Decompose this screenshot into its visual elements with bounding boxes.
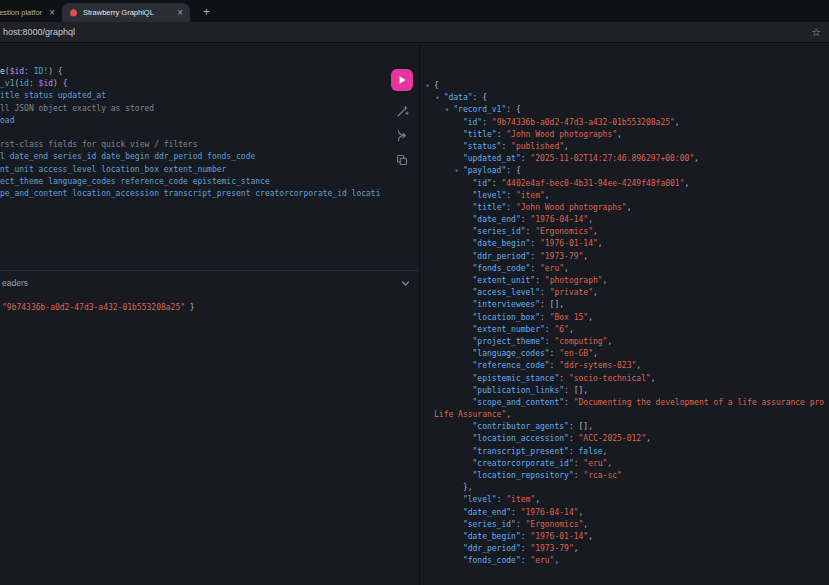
code-token: "1976-04-14" bbox=[530, 215, 588, 224]
code-token: : bbox=[521, 532, 531, 541]
code-token: "record_v1" bbox=[453, 105, 506, 114]
code-token: "1976-01-14" bbox=[530, 532, 588, 541]
new-tab-button[interactable]: + bbox=[199, 4, 214, 19]
code-line: "date_begin": "1976-01-14", bbox=[425, 531, 829, 543]
code-line: "interviewees": [], bbox=[425, 299, 829, 311]
code-token: : bbox=[530, 239, 540, 248]
code-token: "language_codes" bbox=[473, 349, 550, 358]
prettify-icon[interactable] bbox=[394, 103, 410, 119]
code-token: ) { bbox=[48, 67, 62, 76]
code-line: nt_unit access_level location_box extent… bbox=[0, 164, 419, 176]
code-line: oad bbox=[0, 115, 419, 127]
code-token: { bbox=[434, 81, 439, 90]
code-line: "epistemic_stance": "socio-technical", bbox=[425, 373, 829, 385]
url-bar[interactable]: host:8000/graphql ☆ bbox=[0, 22, 829, 43]
code-line: "reference_code": "ddr-sytems-023", bbox=[425, 360, 829, 372]
bookmark-star-icon[interactable]: ☆ bbox=[811, 26, 821, 39]
code-token: : bbox=[569, 434, 579, 443]
chevron-down-icon[interactable] bbox=[401, 279, 410, 288]
code-token: "1976-01-14" bbox=[540, 239, 598, 248]
code-line: "9b74336b-a0d2-47d3-a432-01b553208a25" } bbox=[0, 302, 419, 314]
code-token: : bbox=[516, 520, 526, 529]
code-token: "9b74336b-a0d2-47d3-a432-01b553208a25" bbox=[492, 118, 675, 127]
code-token: , bbox=[675, 118, 680, 127]
code-token: , bbox=[506, 410, 511, 419]
code-token: , bbox=[583, 252, 588, 261]
code-token: "eru" bbox=[583, 459, 607, 468]
code-token: oad bbox=[0, 116, 14, 125]
code-token: : bbox=[540, 313, 550, 322]
browser-window: gestion platfor × Strawberry GraphiQL × … bbox=[0, 0, 829, 585]
code-token: "photograph" bbox=[545, 276, 603, 285]
code-token: , bbox=[545, 191, 550, 200]
code-token: : bbox=[497, 495, 507, 504]
code-token: , bbox=[583, 520, 588, 529]
code-token: , bbox=[564, 264, 569, 273]
code-line: "title": "John Wood photographs", bbox=[425, 202, 829, 214]
code-token: , bbox=[588, 313, 593, 322]
code-token: , bbox=[603, 447, 608, 456]
code-token: : bbox=[550, 361, 560, 370]
execute-query-button[interactable] bbox=[391, 69, 413, 91]
code-token: }, bbox=[463, 483, 473, 492]
code-line: "status": "published", bbox=[425, 141, 829, 153]
code-token: $id bbox=[39, 79, 53, 88]
code-token: "published" bbox=[511, 142, 564, 151]
code-token: "1973-79" bbox=[530, 544, 573, 553]
code-token: "en-GB" bbox=[559, 349, 593, 358]
editor-divider[interactable] bbox=[0, 270, 419, 271]
code-line: "scope_and_content": "Documenting the de… bbox=[425, 397, 829, 409]
code-line: Life Assurance", bbox=[425, 409, 829, 421]
code-token: "1976-04-14" bbox=[521, 508, 579, 517]
headers-tab-label[interactable]: eaders bbox=[2, 278, 28, 288]
code-token: "socio-technical" bbox=[569, 374, 651, 383]
tab-close-icon[interactable]: × bbox=[49, 8, 55, 18]
strawberry-favicon bbox=[69, 8, 78, 17]
code-line: "level": "item", bbox=[425, 190, 829, 202]
code-token: : bbox=[511, 508, 521, 517]
tab-label: gestion platfor bbox=[0, 8, 44, 17]
code-token: : bbox=[521, 556, 531, 565]
code-token: "eru" bbox=[530, 556, 554, 565]
query-editor[interactable]: e($id: ID!) {_v1(id: $id) {itle status u… bbox=[0, 66, 419, 200]
url-text[interactable]: host:8000/graphql bbox=[0, 27, 75, 37]
code-token: "Documenting the development of a life a… bbox=[574, 398, 824, 407]
code-token: "John Wood photographs" bbox=[516, 203, 627, 212]
browser-tab-other[interactable]: gestion platfor × bbox=[0, 3, 62, 22]
code-line: "ddr_period": "1973-79", bbox=[425, 543, 829, 555]
code-token: , bbox=[588, 532, 593, 541]
code-token: ID! bbox=[34, 67, 48, 76]
code-token: "ddr-sytems-023" bbox=[559, 361, 636, 370]
code-token: "reference_code" bbox=[473, 361, 550, 370]
tab-close-icon[interactable]: × bbox=[177, 8, 183, 18]
code-token: "data" bbox=[444, 93, 473, 102]
code-token: , bbox=[617, 130, 622, 139]
code-token: "9b74336b-a0d2-47d3-a432-01b553208a25" bbox=[2, 303, 185, 312]
code-token: , bbox=[646, 434, 651, 443]
code-token: itle status updated_at bbox=[0, 91, 106, 100]
headers-editor[interactable]: "9b74336b-a0d2-47d3-a432-01b553208a25" } bbox=[0, 302, 419, 314]
code-token: "creatorcorporate_id" bbox=[473, 459, 574, 468]
code-token: "2025-11-02T14:27:46.896297+00:00" bbox=[530, 154, 694, 163]
code-token: : { bbox=[506, 166, 520, 175]
code-line: pe_and_content location_accession transc… bbox=[0, 188, 419, 200]
code-line: "ddr_period": "1973-79", bbox=[425, 251, 829, 263]
code-line: "publication_links": [], bbox=[425, 385, 829, 397]
browser-tab-strawberry-graphiql[interactable]: Strawberry GraphiQL × bbox=[62, 3, 190, 22]
code-token: "updated_at" bbox=[463, 154, 521, 163]
code-token: rst-class fields for quick view / filter… bbox=[0, 140, 197, 149]
tab-bar: gestion platfor × Strawberry GraphiQL × … bbox=[0, 0, 829, 22]
code-token: : bbox=[521, 544, 531, 553]
graphiql-app: e($id: ID!) {_v1(id: $id) {itle status u… bbox=[0, 43, 829, 585]
code-token: $id bbox=[10, 67, 24, 76]
code-token: , bbox=[593, 349, 598, 358]
code-token: , bbox=[569, 325, 574, 334]
pane-divider[interactable] bbox=[419, 43, 420, 585]
code-token: "transcript_present" bbox=[473, 447, 569, 456]
code-token: "1973-79" bbox=[540, 252, 583, 261]
code-token: "publication_links" bbox=[473, 386, 565, 395]
merge-fragments-icon[interactable] bbox=[394, 127, 410, 143]
code-token: : [], bbox=[540, 300, 564, 309]
copy-query-icon[interactable] bbox=[394, 152, 410, 168]
code-token: "series_id" bbox=[473, 227, 526, 236]
